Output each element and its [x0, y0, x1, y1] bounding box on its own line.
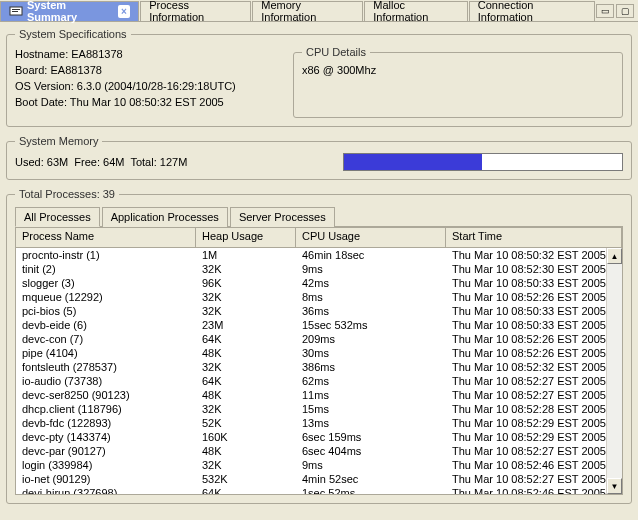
cell-name: devc-con (7) — [16, 332, 196, 346]
table-row[interactable]: login (339984)32K9msThu Mar 10 08:52:46 … — [16, 458, 622, 472]
table-row[interactable]: devc-par (90127)48K6sec 404msThu Mar 10 … — [16, 444, 622, 458]
cell-heap: 32K — [196, 458, 296, 472]
os-label: OS Version: — [15, 80, 74, 92]
table-body[interactable]: procnto-instr (1)1M46min 18secThu Mar 10… — [16, 248, 622, 495]
total-label: Total: — [130, 156, 156, 168]
table-row[interactable]: devc-ser8250 (90123)48K11msThu Mar 10 08… — [16, 388, 622, 402]
col-cpu-usage[interactable]: CPU Usage — [296, 228, 446, 247]
tab-system-summary[interactable]: System Summary × — [0, 1, 139, 21]
cell-name: login (339984) — [16, 458, 196, 472]
cell-name: io-audio (73738) — [16, 374, 196, 388]
memory-bar — [343, 153, 623, 171]
tab-process-info[interactable]: Process Information — [140, 1, 251, 21]
col-heap-usage[interactable]: Heap Usage — [196, 228, 296, 247]
tab-label: System Summary — [27, 0, 114, 23]
tab-label: Connection Information — [478, 0, 586, 23]
process-table: Process Name Heap Usage CPU Usage Start … — [15, 227, 623, 495]
tab-memory-info[interactable]: Memory Information — [252, 1, 363, 21]
system-specs-group: System Specifications Hostname: EA881378… — [6, 28, 632, 127]
minimize-button[interactable]: ▭ — [596, 4, 614, 18]
tab-label: Memory Information — [261, 0, 354, 23]
hostname-value: EA881378 — [71, 48, 122, 60]
cell-cpu: 386ms — [296, 360, 446, 374]
cell-start: Thu Mar 10 08:52:46 EST 2005 — [446, 486, 622, 495]
table-row[interactable]: fontsleuth (278537)32K386msThu Mar 10 08… — [16, 360, 622, 374]
subtab-server[interactable]: Server Processes — [230, 207, 335, 227]
cell-name: dhcp.client (118796) — [16, 402, 196, 416]
cell-name: devc-pty (143374) — [16, 430, 196, 444]
cell-start: Thu Mar 10 08:50:33 EST 2005 — [446, 318, 622, 332]
os-value: 6.3.0 (2004/10/28-16:29:18UTC) — [77, 80, 236, 92]
cell-heap: 64K — [196, 486, 296, 495]
cell-heap: 1M — [196, 248, 296, 262]
scroll-track[interactable] — [607, 264, 622, 478]
cell-start: Thu Mar 10 08:52:30 EST 2005 — [446, 262, 622, 276]
specs-text: Hostname: EA881378 Board: EA881378 OS Ve… — [15, 46, 293, 118]
cell-heap: 48K — [196, 346, 296, 360]
table-row[interactable]: procnto-instr (1)1M46min 18secThu Mar 10… — [16, 248, 622, 262]
cell-cpu: 4min 52sec — [296, 472, 446, 486]
cell-start: Thu Mar 10 08:52:26 EST 2005 — [446, 290, 622, 304]
cell-name: fontsleuth (278537) — [16, 360, 196, 374]
cell-name: devi-hirun (327698) — [16, 486, 196, 495]
cell-heap: 96K — [196, 276, 296, 290]
cell-name: tinit (2) — [16, 262, 196, 276]
cell-cpu: 9ms — [296, 262, 446, 276]
cell-heap: 532K — [196, 472, 296, 486]
table-row[interactable]: tinit (2)32K9msThu Mar 10 08:52:30 EST 2… — [16, 262, 622, 276]
table-row[interactable]: devc-con (7)64K209msThu Mar 10 08:52:26 … — [16, 332, 622, 346]
cell-name: pci-bios (5) — [16, 304, 196, 318]
table-row[interactable]: io-audio (73738)64K62msThu Mar 10 08:52:… — [16, 374, 622, 388]
cell-heap: 32K — [196, 402, 296, 416]
cell-start: Thu Mar 10 08:52:26 EST 2005 — [446, 332, 622, 346]
board-value: EA881378 — [50, 64, 101, 76]
cpu-value: x86 @ 300Mhz — [302, 64, 614, 76]
vertical-scrollbar[interactable]: ▲ ▼ — [606, 248, 622, 494]
used-value: 63M — [47, 156, 68, 168]
table-row[interactable]: devi-hirun (327698)64K1sec 52msThu Mar 1… — [16, 486, 622, 495]
cell-cpu: 9ms — [296, 458, 446, 472]
cell-name: pipe (4104) — [16, 346, 196, 360]
table-row[interactable]: devb-eide (6)23M15sec 532msThu Mar 10 08… — [16, 318, 622, 332]
col-process-name[interactable]: Process Name — [16, 228, 196, 247]
table-row[interactable]: pci-bios (5)32K36msThu Mar 10 08:50:33 E… — [16, 304, 622, 318]
table-row[interactable]: dhcp.client (118796)32K15msThu Mar 10 08… — [16, 402, 622, 416]
cell-cpu: 6sec 404ms — [296, 444, 446, 458]
cell-start: Thu Mar 10 08:50:32 EST 2005 — [446, 248, 622, 262]
boot-label: Boot Date: — [15, 96, 67, 108]
col-start-time[interactable]: Start Time — [446, 228, 622, 247]
tab-connection-info[interactable]: Connection Information — [469, 1, 595, 21]
subtab-label: Application Processes — [111, 211, 219, 223]
subtab-all[interactable]: All Processes — [15, 207, 100, 227]
cell-name: slogger (3) — [16, 276, 196, 290]
total-value: 127M — [160, 156, 188, 168]
table-row[interactable]: mqueue (12292)32K8msThu Mar 10 08:52:26 … — [16, 290, 622, 304]
cell-start: Thu Mar 10 08:52:26 EST 2005 — [446, 346, 622, 360]
table-row[interactable]: pipe (4104)48K30msThu Mar 10 08:52:26 ES… — [16, 346, 622, 360]
table-row[interactable]: devc-pty (143374)160K6sec 159msThu Mar 1… — [16, 430, 622, 444]
cell-cpu: 209ms — [296, 332, 446, 346]
cell-start: Thu Mar 10 08:52:46 EST 2005 — [446, 458, 622, 472]
memory-legend: System Memory — [15, 135, 102, 147]
subtab-application[interactable]: Application Processes — [102, 207, 228, 227]
cell-heap: 23M — [196, 318, 296, 332]
process-subtabs: All Processes Application Processes Serv… — [15, 206, 623, 227]
tab-malloc-info[interactable]: Malloc Information — [364, 1, 468, 21]
cell-heap: 52K — [196, 416, 296, 430]
cell-start: Thu Mar 10 08:50:33 EST 2005 — [446, 276, 622, 290]
cell-cpu: 1sec 52ms — [296, 486, 446, 495]
memory-bar-fill — [344, 154, 482, 170]
scroll-up-button[interactable]: ▲ — [607, 248, 622, 264]
processes-legend: Total Processes: 39 — [15, 188, 119, 200]
summary-icon — [9, 4, 23, 18]
table-row[interactable]: io-net (90129)532K4min 52secThu Mar 10 0… — [16, 472, 622, 486]
table-row[interactable]: slogger (3)96K42msThu Mar 10 08:50:33 ES… — [16, 276, 622, 290]
cell-heap: 64K — [196, 374, 296, 388]
table-row[interactable]: devb-fdc (122893)52K13msThu Mar 10 08:52… — [16, 416, 622, 430]
scroll-down-button[interactable]: ▼ — [607, 478, 622, 494]
cell-cpu: 42ms — [296, 276, 446, 290]
cell-heap: 32K — [196, 262, 296, 276]
maximize-button[interactable]: ▢ — [616, 4, 634, 18]
cell-heap: 32K — [196, 290, 296, 304]
close-icon[interactable]: × — [118, 5, 130, 18]
